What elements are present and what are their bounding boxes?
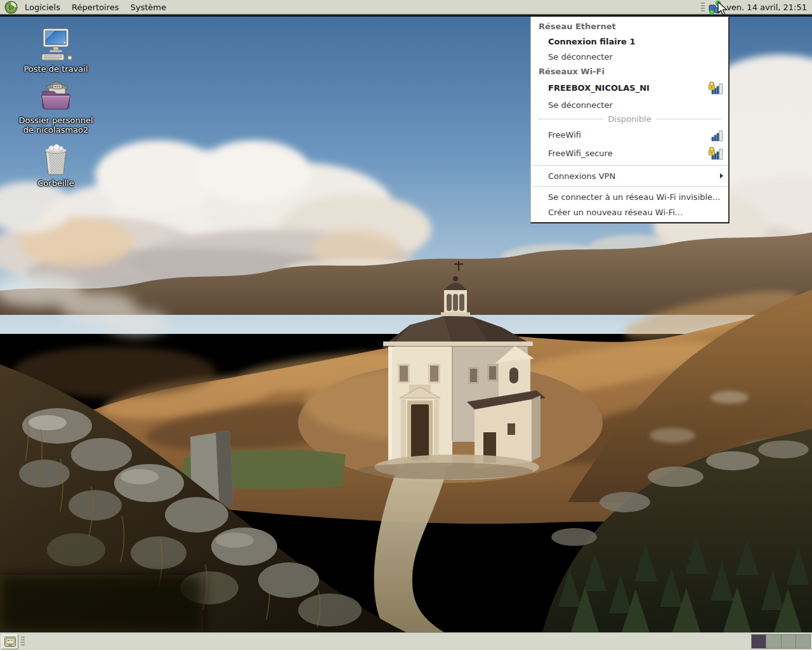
menu-applications[interactable]: Logiciels <box>19 1 66 14</box>
menu-item-wired-connection[interactable]: Connexion filaire 1 <box>531 34 728 49</box>
workspace-switcher <box>751 634 811 649</box>
applet-drag-handle[interactable] <box>21 637 25 646</box>
clock-applet[interactable]: ven. 14 avril, 21:51 <box>723 3 812 12</box>
home-folder-icon <box>37 79 74 114</box>
network-manager-menu: Réseau Ethernet Connexion filaire 1 Se d… <box>530 17 730 223</box>
menu-separator <box>532 165 728 166</box>
submenu-arrow-icon <box>720 173 723 178</box>
wifi-signal-lock-icon <box>707 81 723 95</box>
workspace-cell-4[interactable] <box>796 635 810 648</box>
show-desktop-icon <box>4 637 16 647</box>
show-desktop-button[interactable] <box>1 634 18 649</box>
wifi-signal-icon <box>707 128 723 142</box>
top-panel: Logiciels Répertoires Système ven. 14 av… <box>0 0 812 15</box>
workspace-cell-1[interactable] <box>752 635 766 648</box>
menu-item-wifi-freebox[interactable]: FREEBOX_NICOLAS_NI <box>531 79 728 97</box>
menu-item-disconnect-wifi[interactable]: Se déconnecter <box>531 97 728 112</box>
desktop-icon-trash[interactable]: Corbeille <box>18 143 94 189</box>
menu-section-ethernet: Réseau Ethernet <box>531 19 728 34</box>
menu-item-disconnect-wired[interactable]: Se déconnecter <box>531 49 728 64</box>
mouse-cursor-icon <box>717 2 730 18</box>
menu-item-wifi-freewifi[interactable]: FreeWifi <box>531 126 728 144</box>
wifi-signal-lock-icon <box>707 147 723 160</box>
computer-icon <box>37 28 74 62</box>
distro-logo-icon <box>4 1 18 14</box>
menu-item-vpn-connections[interactable]: Connexions VPN <box>531 168 728 183</box>
desktop-icon-home-folder[interactable]: Dossier personnel de nicolasmao2 <box>18 79 94 135</box>
menu-section-wifi: Réseaux Wi-Fi <box>531 64 728 79</box>
gnome-desktop-screen: Poste de travail Dossier personnel de ni… <box>0 0 812 650</box>
desktop-icon-label: Poste de travail <box>23 64 88 74</box>
desktop-area[interactable]: Poste de travail Dossier personnel de ni… <box>0 17 812 632</box>
menu-item-create-new-wifi[interactable]: Créer un nouveau réseau Wi-Fi... <box>531 204 728 220</box>
workspace-cell-2[interactable] <box>766 635 781 648</box>
menu-item-connect-hidden-wifi[interactable]: Se connecter à un réseau Wi-Fi invisible… <box>531 189 728 204</box>
menu-item-wifi-freewifi-secure[interactable]: FreeWifi_secure <box>531 144 728 162</box>
applet-drag-handle[interactable] <box>701 3 705 12</box>
bottom-panel <box>0 632 812 650</box>
menu-separator <box>532 186 728 187</box>
applications-menu-button[interactable] <box>3 0 19 14</box>
desktop-icon-label: Corbeille <box>37 178 74 188</box>
menu-available-separator: Disponible <box>531 112 728 126</box>
menu-system[interactable]: Système <box>125 1 172 14</box>
desktop-icon-label: Dossier personnel de nicolasmao2 <box>18 116 94 135</box>
desktop-icon-computer[interactable]: Poste de travail <box>18 28 94 74</box>
workspace-cell-3[interactable] <box>782 635 796 648</box>
menu-places[interactable]: Répertoires <box>66 1 125 14</box>
trash-icon <box>41 143 71 176</box>
